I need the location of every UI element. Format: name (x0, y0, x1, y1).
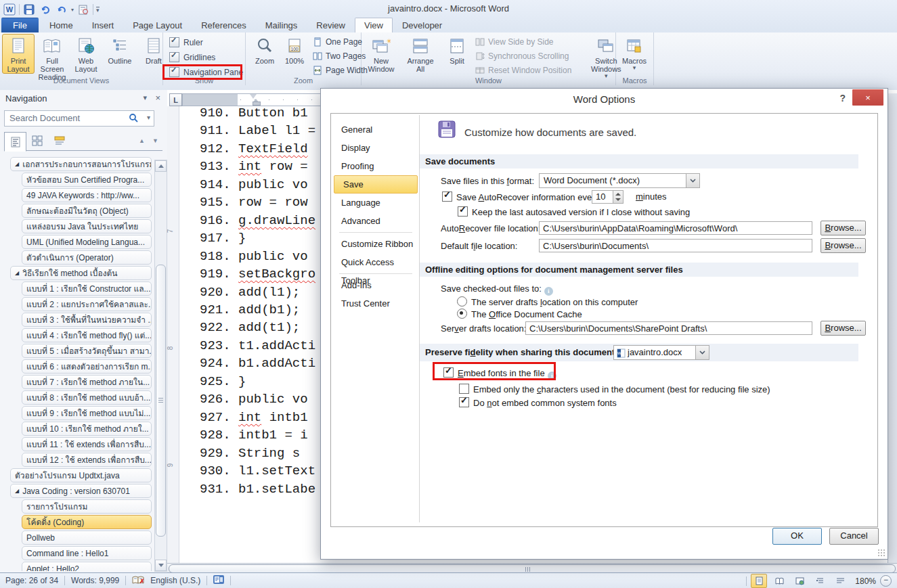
vertical-ruler[interactable]: 7 8 9 (167, 106, 179, 563)
tab-insert[interactable]: Insert (83, 18, 124, 32)
ok-button[interactable]: OK (772, 528, 822, 545)
tab-mailings[interactable]: Mailings (256, 18, 307, 32)
keep-autosave-checkbox[interactable]: Keep the last autosaved version if I clo… (458, 206, 690, 217)
options-menu-advanced[interactable]: Advanced (332, 212, 419, 230)
spinner-buttons[interactable] (613, 191, 623, 203)
autorecover-location-field[interactable]: C:\Users\burin\AppData\Roaming\Microsoft… (539, 221, 812, 235)
autorecover-checkbox[interactable]: Save AutoRecover information every (442, 191, 599, 202)
options-menu-proofing[interactable]: Proofing (332, 157, 419, 175)
draft-view-button[interactable] (832, 574, 848, 588)
language-indicator[interactable]: English (U.S.) (150, 576, 200, 585)
previous-heading-icon[interactable]: ▲ (139, 137, 145, 144)
nav-item[interactable]: 49 JAVA Keywords : http://ww... (22, 188, 152, 202)
tab-home[interactable]: Home (40, 18, 83, 32)
document-vertical-scrollbar[interactable] (888, 93, 897, 563)
search-input[interactable] (8, 112, 112, 124)
dropdown-arrow-icon[interactable] (695, 346, 709, 359)
tab-browse-results[interactable] (49, 132, 70, 150)
options-menu-add-ins[interactable]: Add-Ins (332, 276, 419, 294)
no-common-fonts-checkbox[interactable]: Do not embed common system fonts (459, 397, 617, 408)
ruler-checkbox[interactable]: Ruler (169, 37, 203, 47)
nav-item[interactable]: UML (Unified Modeling Langua... (22, 235, 152, 249)
full-screen-reading-view-button[interactable] (771, 574, 787, 588)
nav-item[interactable]: แบบที่ 3 : ใช้พื้นที่ในหน่วยความจำ ... (22, 313, 152, 327)
cancel-button[interactable]: Cancel (829, 528, 879, 545)
default-location-field[interactable]: C:\Users\burin\Documents\ (539, 239, 812, 252)
navigation-pane-close-icon[interactable]: × (155, 93, 160, 103)
options-menu-general[interactable]: General (332, 120, 419, 139)
zoom-out-icon[interactable]: − (880, 575, 892, 587)
arrange-all-button[interactable]: ArrangeAll (404, 34, 437, 74)
nav-item[interactable]: แบบที่ 2 : แยกประกาศใช้คลาสและ... (22, 297, 152, 311)
zoom-level[interactable]: 180% (855, 576, 876, 586)
nav-item[interactable]: แบบที่ 11 : ใช้ extends เพื่อการสืบ... (22, 437, 152, 451)
collapse-triangle-icon[interactable]: ◢ (15, 486, 19, 497)
nav-item[interactable]: หัวข้อสอบ Sun Certified Progra... (22, 173, 152, 187)
embed-characters-checkbox[interactable]: Embed only the characters used in the do… (459, 384, 770, 394)
zoom-100-button[interactable]: 100 100% (278, 34, 311, 66)
scroll-up-icon[interactable] (155, 160, 167, 172)
split-button[interactable]: Split (441, 34, 473, 66)
browse-default-button[interactable]: Browse... (821, 238, 866, 253)
print-layout-button[interactable]: PrintLayout (2, 34, 35, 74)
nav-item[interactable]: แบบที่ 4 : เรียกใช้ method fly() แต่... (22, 328, 152, 342)
zoom-button[interactable]: Zoom (248, 34, 281, 66)
options-menu-save[interactable]: Save (334, 175, 418, 194)
search-icon[interactable] (129, 113, 139, 125)
save-format-combobox[interactable]: Word Document (*.docx) (539, 173, 700, 188)
nav-item[interactable]: แบบที่ 12 : ใช้ extends เพื่อการสืบ... (22, 453, 152, 467)
resize-grip[interactable] (877, 549, 885, 557)
nav-item[interactable]: ลักษณะต้องมีในวัตถุ (Object) (22, 204, 152, 218)
tab-browse-pages[interactable] (26, 132, 47, 150)
nav-item[interactable]: ◢วิธีเรียกใช้ method เบื้องต้น (10, 266, 152, 280)
options-menu-display[interactable]: Display (332, 139, 419, 157)
nav-item[interactable]: ตัวดำเนินการ (Operator) (22, 250, 152, 265)
dropdown-arrow-icon[interactable] (686, 174, 699, 187)
web-layout-button[interactable]: WebLayout (70, 34, 102, 74)
navigation-options-dropdown-icon[interactable]: ▾ (143, 93, 147, 102)
nav-item[interactable]: Pollweb (22, 530, 152, 545)
tab-page-layout[interactable]: Page Layout (123, 18, 192, 32)
first-line-indent-marker[interactable] (250, 94, 257, 99)
tab-browse-headings[interactable] (4, 132, 26, 152)
options-menu-language[interactable]: Language (332, 194, 419, 212)
nav-item[interactable]: แบบที่ 5 : เมื่อสร้างวัตถุขึ้นมา สามา... (22, 344, 152, 358)
nav-item[interactable]: Applet : Hello2 (22, 562, 152, 571)
document-text[interactable]: 910. Button b1911. Label l1 =912. TextFi… (200, 104, 315, 498)
next-heading-icon[interactable]: ▼ (152, 137, 158, 144)
nav-item[interactable]: แบบที่ 9 : เรียกใช้ method แบบไม่... (22, 406, 152, 420)
language-bar-icon[interactable] (213, 575, 224, 586)
close-button[interactable]: × (852, 89, 883, 106)
page-indicator[interactable]: Page: 26 of 34 (5, 576, 58, 585)
nav-item[interactable]: แบบที่ 6 : แสดงตัวอย่างการเรียก m... (22, 359, 152, 374)
options-menu-quick-access-toolbar[interactable]: Quick Access Toolbar (332, 253, 419, 271)
browse-autorecover-button[interactable]: Browse... (821, 221, 866, 235)
nav-item[interactable]: แบบที่ 10 : เรียกใช้ method ภายใ... (22, 422, 152, 436)
autorecover-minutes-spinner[interactable]: 10 (592, 190, 623, 204)
collapse-triangle-icon[interactable]: ◢ (15, 159, 19, 170)
collapse-triangle-icon[interactable]: ◢ (15, 268, 19, 279)
outline-button[interactable]: Outline (104, 34, 136, 66)
search-dropdown-icon[interactable]: ▾ (147, 114, 150, 121)
nav-item[interactable]: แบบที่ 7 : เรียกใช้ method ภายใน... (22, 375, 152, 389)
tab-view[interactable]: View (355, 18, 393, 32)
tab-references[interactable]: References (192, 18, 255, 32)
navigation-scrollbar[interactable] (154, 160, 167, 572)
new-window-button[interactable]: ✳ NewWindow (365, 34, 397, 74)
macros-button[interactable]: Macros ▾ (618, 34, 651, 71)
full-screen-reading-button[interactable]: Full ScreenReading (36, 34, 68, 82)
proofing-error-icon[interactable]: ✗ (132, 575, 144, 587)
outline-view-button[interactable] (812, 574, 828, 588)
nav-item[interactable]: ◢Java Coding : version 630701 (10, 484, 152, 498)
nav-item[interactable]: ◢เอกสารประกอบการสอนการโปรแกรมภ... (10, 157, 152, 171)
word-count[interactable]: Words: 9,999 (71, 576, 119, 585)
nav-item[interactable]: แหล่งอบรม Java ในประเทศไทย (22, 219, 152, 233)
nav-item[interactable]: แบบที่ 1 : เรียกใช้ Constructor แล... (22, 281, 152, 296)
nav-item[interactable]: แบบที่ 8 : เรียกใช้ method แบบอ้า... (22, 390, 152, 405)
help-button[interactable]: ? (839, 93, 846, 104)
tab-developer[interactable]: Developer (393, 18, 452, 32)
nav-item[interactable]: โค้ดดิ้ง (Coding) (22, 515, 152, 529)
nav-item[interactable]: รายการโปรแกรม (22, 499, 152, 514)
server-drafts-field[interactable]: C:\Users\burin\Documents\SharePoint Draf… (525, 321, 812, 335)
options-menu-trust-center[interactable]: Trust Center (332, 294, 419, 313)
